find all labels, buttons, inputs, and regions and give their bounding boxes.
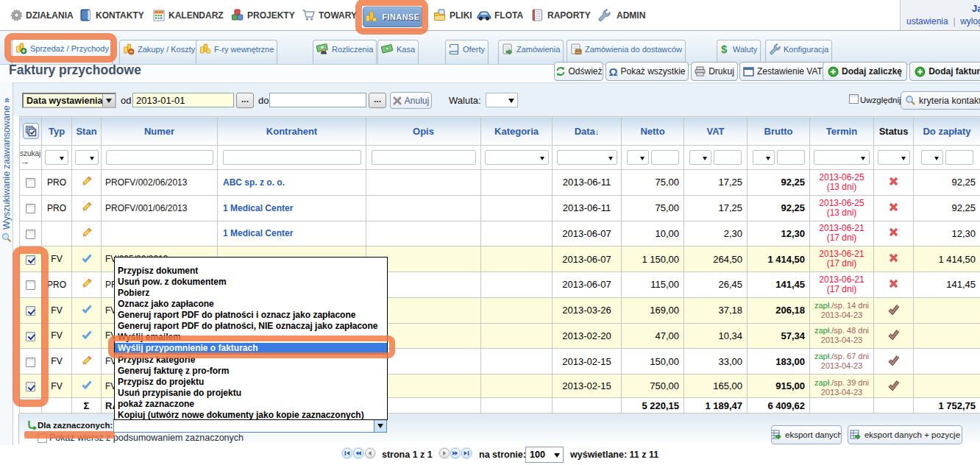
svg-text:$: $ (721, 43, 728, 55)
